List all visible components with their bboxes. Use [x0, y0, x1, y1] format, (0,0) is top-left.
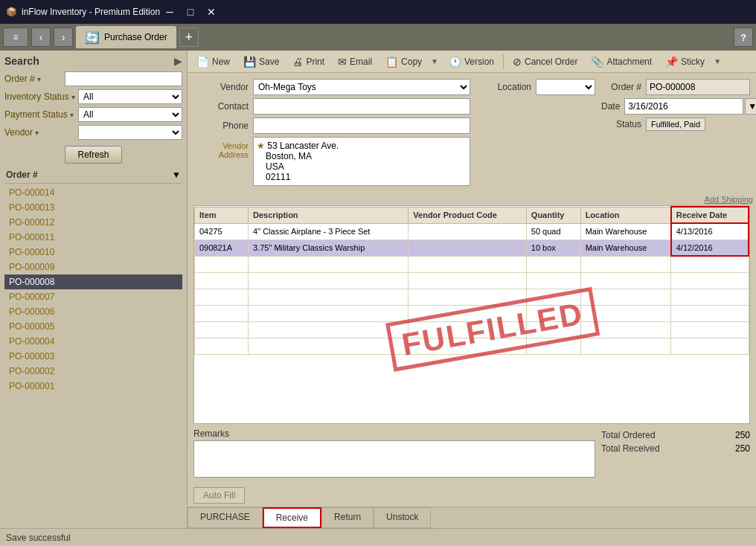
cell-location: Main Warehouse — [580, 223, 671, 240]
order-item-po-000005[interactable]: PO-000005 — [4, 319, 182, 334]
status-label: Status — [601, 119, 646, 129]
table-header-row: Item Description Vendor Product Code Qua… — [195, 207, 749, 223]
cancel-order-icon: ⊘ — [513, 56, 522, 68]
order-item-po-000003[interactable]: PO-000003 — [4, 349, 182, 364]
order-item-po-000010[interactable]: PO-000010 — [4, 245, 182, 260]
table-row-empty — [195, 256, 749, 272]
contact-label: Contact — [193, 101, 253, 112]
back-button[interactable]: ‹ — [31, 28, 51, 47]
payment-status-select[interactable]: All — [78, 107, 182, 122]
sticky-button[interactable]: 📌 Sticky — [659, 53, 711, 71]
date-field[interactable] — [624, 98, 743, 115]
total-received-value: 250 — [735, 443, 750, 454]
table-row-empty — [195, 305, 749, 321]
close-button[interactable]: ✕ — [202, 4, 221, 19]
order-item-po-000002[interactable]: PO-000002 — [4, 364, 182, 379]
order-number-arrow-icon: ▾ — [37, 75, 41, 83]
cancel-order-button[interactable]: ⊘ Cancel Order — [507, 53, 583, 71]
receive-tab[interactable]: Receive — [263, 507, 321, 528]
total-received-label: Total Received — [601, 443, 660, 454]
cell-item: 04275 — [195, 223, 249, 240]
order-item-po-000009[interactable]: PO-000009 — [4, 260, 182, 274]
order-list-header: Order # ▼ — [4, 167, 182, 184]
purchase-tab[interactable]: PURCHASE — [188, 507, 263, 528]
table-row-empty — [195, 321, 749, 338]
cell-vendor-code — [409, 240, 527, 256]
order-item-po-000014[interactable]: PO-000014 — [4, 185, 182, 200]
order-item-po-000007[interactable]: PO-000007 — [4, 289, 182, 304]
payment-status-filter-row: Payment Status ▾ All — [4, 107, 182, 122]
date-label: Date — [601, 101, 624, 112]
col-quantity: Quantity — [526, 207, 580, 223]
main-layout: Search ▶ Order # ▾ Inventory Status ▾ Al… — [0, 51, 756, 528]
add-shipping-link[interactable]: Add Shipping — [188, 195, 753, 204]
copy-button[interactable]: 📋 Copy — [379, 53, 428, 71]
inventory-status-select[interactable]: All — [78, 89, 182, 104]
maximize-button[interactable]: □ — [181, 4, 200, 19]
order-item-po-000012[interactable]: PO-000012 — [4, 215, 182, 230]
purchase-order-tab[interactable]: 🔄 Purchase Order — [76, 26, 176, 48]
table-row-empty — [195, 289, 749, 305]
location-label: Location — [476, 82, 536, 92]
search-expand-icon[interactable]: ▶ — [174, 55, 182, 67]
app-title: inFlow Inventory - Premium Edition — [22, 7, 160, 17]
version-button[interactable]: 🕐 Version — [443, 53, 500, 71]
order-list: PO-000014 PO-000013 PO-000012 PO-000011 … — [4, 185, 182, 524]
hamburger-menu-button[interactable]: ≡ — [3, 28, 28, 47]
table-row[interactable]: 090821A 3.75" Military Classics Warship … — [195, 240, 749, 256]
contact-field[interactable] — [253, 98, 470, 115]
status-message: Save successful — [6, 533, 71, 543]
table-row[interactable]: 04275 4" Classic Airplane - 3 Piece Set … — [195, 223, 749, 240]
remarks-input[interactable] — [193, 440, 595, 478]
phone-field[interactable] — [253, 118, 470, 134]
email-button[interactable]: ✉ Email — [332, 53, 378, 71]
new-button[interactable]: 📄 New — [190, 53, 236, 71]
action-bar: Auto Fill — [188, 484, 756, 507]
cell-quantity: 10 box — [526, 240, 580, 256]
copy-dropdown-button[interactable]: ▼ — [428, 53, 441, 71]
order-item-po-000011[interactable]: PO-000011 — [4, 230, 182, 245]
vendor-field[interactable]: Oh-Mega Toys — [253, 79, 470, 95]
minimize-button[interactable]: ─ — [160, 4, 179, 19]
order-item-po-000001[interactable]: PO-000001 — [4, 379, 182, 394]
order-item-po-000004[interactable]: PO-000004 — [4, 334, 182, 349]
vendor-filter-label[interactable]: Vendor ▾ — [4, 127, 75, 138]
order-number-filter-row: Order # ▾ — [4, 71, 182, 86]
toolbar-separator-1 — [503, 54, 504, 69]
add-tab-button[interactable]: + — [179, 28, 199, 47]
order-item-po-000008[interactable]: PO-000008 — [4, 274, 182, 289]
inventory-status-filter-label[interactable]: Inventory Status ▾ — [4, 91, 75, 102]
version-icon: 🕐 — [449, 56, 461, 68]
table-row-empty — [195, 272, 749, 289]
form-area: Vendor Oh-Mega Toys Contact Phone Vendor… — [188, 73, 756, 195]
order-item-po-000006[interactable]: PO-000006 — [4, 304, 182, 319]
search-title: Search — [4, 55, 39, 67]
order-list-sort-icon[interactable]: ▼ — [172, 170, 181, 180]
refresh-button[interactable]: Refresh — [65, 146, 121, 164]
print-button[interactable]: 🖨 Print — [286, 53, 330, 71]
total-received-row: Total Received 250 — [601, 442, 750, 455]
toolbar: 📄 New 💾 Save 🖨 Print ✉ Email 📋 Copy ▼ — [188, 51, 756, 73]
payment-status-filter-label[interactable]: Payment Status ▾ — [4, 109, 75, 120]
phone-label: Phone — [193, 121, 253, 131]
attachment-icon: 📎 — [591, 56, 603, 68]
order-number-input[interactable] — [65, 71, 182, 86]
unstock-tab[interactable]: Unstock — [374, 507, 431, 528]
location-field[interactable] — [536, 79, 595, 95]
help-button[interactable]: ? — [734, 28, 753, 47]
vendor-select[interactable] — [78, 125, 182, 140]
return-tab[interactable]: Return — [321, 507, 374, 528]
vendor-address-field[interactable]: ★ 53 Lancaster Ave. Boston, MA USA 02111 — [253, 137, 470, 186]
order-number-filter-label[interactable]: Order # ▾ — [4, 74, 62, 84]
save-button[interactable]: 💾 Save — [237, 53, 285, 71]
forward-button[interactable]: › — [54, 28, 73, 47]
auto-fill-button[interactable]: Auto Fill — [193, 487, 245, 504]
date-picker-button[interactable]: ▼ — [745, 98, 756, 115]
email-icon: ✉ — [338, 56, 347, 68]
sticky-dropdown-button[interactable]: ▼ — [711, 53, 724, 71]
order-number-right-row: Order # PO-000008 — [601, 79, 750, 95]
order-item-po-000013[interactable]: PO-000013 — [4, 200, 182, 215]
attachment-button[interactable]: 📎 Attachment — [585, 53, 658, 71]
vendor-row: Vendor Oh-Mega Toys — [193, 79, 470, 95]
copy-group: 📋 Copy ▼ — [379, 53, 441, 71]
